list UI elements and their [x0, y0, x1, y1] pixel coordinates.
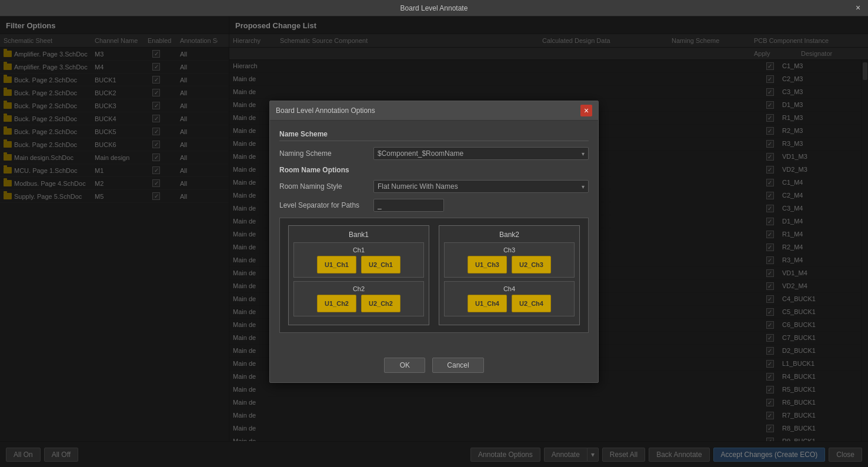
level-separator-label: Level Separator for Paths: [279, 201, 373, 209]
channel-box: Ch1U1_Ch1U2_Ch1: [293, 242, 424, 278]
modal-overlay: Board Level Annotation Options × Name Sc…: [0, 16, 868, 467]
channel-box: Ch3U1_Ch3U2_Ch3: [444, 242, 575, 278]
level-separator-row: Level Separator for Paths: [279, 199, 589, 212]
title-bar: Board Level Annotate ×: [0, 0, 868, 16]
naming-scheme-value: $Component_$RoomName: [378, 149, 463, 158]
modal-ok-button[interactable]: OK: [384, 358, 425, 373]
component-box: U1_Ch2: [317, 295, 356, 312]
naming-scheme-arrow-icon: ▾: [582, 151, 585, 157]
component-box: U2_Ch4: [512, 295, 551, 312]
level-separator-input[interactable]: [373, 199, 444, 212]
room-naming-style-value: Flat Numeric With Names: [378, 182, 458, 191]
bank-box: Bank2Ch3U1_Ch3U2_Ch3Ch4U1_Ch4U2_Ch4: [439, 225, 580, 325]
channel-box: Ch4U1_Ch4U2_Ch4: [444, 281, 575, 316]
room-name-options-label: Room Name Options: [279, 166, 589, 174]
modal-footer: OK Cancel: [270, 352, 598, 382]
modal-body: Name Scheme Naming Scheme $Component_$Ro…: [270, 121, 598, 352]
component-box: U1_Ch3: [468, 256, 507, 273]
component-box: U1_Ch1: [317, 256, 356, 273]
component-box: U2_Ch2: [361, 295, 400, 312]
component-box: U1_Ch4: [468, 295, 507, 312]
channel-label: Ch1: [298, 246, 420, 253]
name-scheme-label: Name Scheme: [279, 130, 589, 141]
room-naming-style-arrow-icon: ▾: [582, 184, 585, 190]
channel-label: Ch4: [448, 285, 570, 292]
naming-scheme-row: Naming Scheme $Component_$RoomName ▾: [279, 147, 589, 160]
channel-label: Ch2: [298, 285, 420, 292]
bank-label: Bank2: [444, 231, 575, 239]
bank-label: Bank1: [293, 231, 424, 239]
modal-title-bar: Board Level Annotation Options ×: [270, 101, 598, 121]
component-row: U1_Ch1U2_Ch1: [298, 256, 420, 273]
room-naming-style-label: Room Naming Style: [279, 182, 373, 191]
component-row: U1_Ch2U2_Ch2: [298, 295, 420, 312]
modal-title: Board Level Annotation Options: [276, 106, 375, 115]
naming-scheme-label: Naming Scheme: [279, 149, 373, 158]
annotation-options-modal: Board Level Annotation Options × Name Sc…: [269, 101, 599, 383]
room-naming-style-dropdown[interactable]: Flat Numeric With Names ▾: [373, 180, 589, 193]
room-naming-style-row: Room Naming Style Flat Numeric With Name…: [279, 180, 589, 193]
bank-box: Bank1Ch1U1_Ch1U2_Ch1Ch2U1_Ch2U2_Ch2: [288, 225, 429, 325]
component-row: U1_Ch4U2_Ch4: [448, 295, 570, 312]
channel-label: Ch3: [448, 246, 570, 253]
component-box: U2_Ch1: [361, 256, 400, 273]
window-title: Board Level Annotate: [400, 4, 468, 12]
channel-box: Ch2U1_Ch2U2_Ch2: [293, 281, 424, 316]
window-close-button[interactable]: ×: [853, 2, 863, 13]
modal-cancel-button[interactable]: Cancel: [432, 358, 483, 373]
modal-close-button[interactable]: ×: [580, 105, 592, 116]
diagram-container: Bank1Ch1U1_Ch1U2_Ch1Ch2U1_Ch2U2_Ch2Bank2…: [279, 218, 589, 333]
naming-scheme-dropdown[interactable]: $Component_$RoomName ▾: [373, 147, 589, 160]
component-row: U1_Ch3U2_Ch3: [448, 256, 570, 273]
component-box: U2_Ch3: [512, 256, 551, 273]
